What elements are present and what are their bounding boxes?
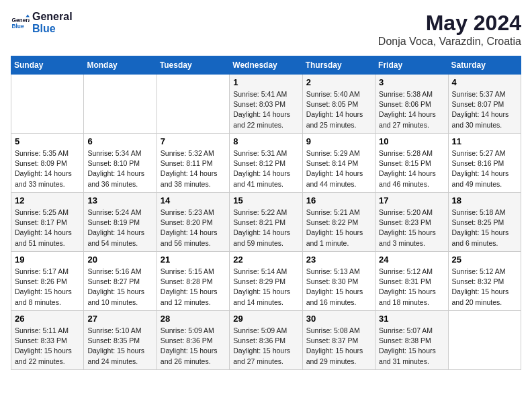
day-info-text: Sunset: 8:36 PM xyxy=(161,336,226,346)
calendar-cell: 13Sunrise: 5:24 AMSunset: 8:19 PMDayligh… xyxy=(84,193,157,252)
day-info-text: Daylight: 14 hours xyxy=(233,169,298,179)
day-info-text: Sunset: 8:36 PM xyxy=(233,336,298,346)
day-info-text: Sunrise: 5:12 AM xyxy=(452,267,517,277)
day-info-text: Sunset: 8:03 PM xyxy=(233,99,298,109)
day-info-text: Daylight: 14 hours xyxy=(306,169,371,179)
day-info-text: and 49 minutes. xyxy=(452,179,517,189)
day-info-text: Daylight: 14 hours xyxy=(15,169,80,179)
day-info-text: Sunset: 8:32 PM xyxy=(452,277,517,287)
day-info-text: Daylight: 15 hours xyxy=(306,346,371,356)
day-info-text: Daylight: 14 hours xyxy=(379,109,444,120)
day-info-text: Sunrise: 5:35 AM xyxy=(15,148,80,158)
day-info-text: Sunrise: 5:25 AM xyxy=(15,208,80,218)
day-info-text: Sunset: 8:38 PM xyxy=(379,336,444,346)
day-info-text: Daylight: 15 hours xyxy=(233,346,298,356)
weekday-header-monday: Monday xyxy=(84,56,157,75)
day-info-text: Daylight: 14 hours xyxy=(87,169,152,179)
day-number: 21 xyxy=(161,255,226,265)
calendar-cell: 12Sunrise: 5:25 AMSunset: 8:17 PMDayligh… xyxy=(11,193,84,252)
day-info-text: Daylight: 14 hours xyxy=(87,228,152,238)
day-info-text: Sunset: 8:11 PM xyxy=(161,158,226,169)
month-title: May 2024 xyxy=(378,11,521,36)
day-number: 1 xyxy=(233,77,298,87)
day-info-text: Sunrise: 5:40 AM xyxy=(306,89,371,99)
day-info-text: and 29 minutes. xyxy=(306,357,371,367)
day-number: 22 xyxy=(233,255,298,265)
calendar-cell: 23Sunrise: 5:13 AMSunset: 8:30 PMDayligh… xyxy=(302,252,375,311)
weekday-header-thursday: Thursday xyxy=(302,56,375,75)
svg-text:Blue: Blue xyxy=(11,23,24,30)
day-number: 10 xyxy=(379,136,444,146)
day-info-text: Daylight: 15 hours xyxy=(306,228,371,238)
day-info-text: Sunset: 8:26 PM xyxy=(15,277,80,287)
logo-blue-text: Blue xyxy=(32,23,73,35)
calendar-cell: 4Sunrise: 5:37 AMSunset: 8:07 PMDaylight… xyxy=(448,75,521,134)
day-number: 28 xyxy=(161,314,226,324)
day-number: 29 xyxy=(233,314,298,324)
day-info-text: Sunrise: 5:20 AM xyxy=(379,208,444,218)
day-info-text: Daylight: 14 hours xyxy=(452,169,517,179)
day-info-text: Sunrise: 5:34 AM xyxy=(87,148,152,158)
day-info-text: Sunset: 8:35 PM xyxy=(87,336,152,346)
calendar-cell xyxy=(157,75,229,134)
calendar-cell: 18Sunrise: 5:18 AMSunset: 8:25 PMDayligh… xyxy=(448,193,521,252)
day-info-text: Daylight: 14 hours xyxy=(233,109,298,120)
day-info-text: Sunset: 8:05 PM xyxy=(306,99,371,109)
day-info-text: Daylight: 15 hours xyxy=(306,287,371,297)
day-info-text: Daylight: 15 hours xyxy=(161,346,226,356)
day-info-text: Sunrise: 5:07 AM xyxy=(379,326,444,336)
day-info-text: Sunrise: 5:41 AM xyxy=(233,89,298,99)
weekday-header-saturday: Saturday xyxy=(448,56,521,75)
day-info-text: Sunrise: 5:31 AM xyxy=(233,148,298,158)
day-info-text: and 33 minutes. xyxy=(15,179,80,189)
day-number: 7 xyxy=(161,136,226,146)
calendar-cell: 24Sunrise: 5:12 AMSunset: 8:31 PMDayligh… xyxy=(375,252,448,311)
day-info-text: Sunset: 8:15 PM xyxy=(379,158,444,169)
calendar-cell: 19Sunrise: 5:17 AMSunset: 8:26 PMDayligh… xyxy=(11,252,84,311)
day-info-text: Sunset: 8:07 PM xyxy=(452,99,517,109)
day-number: 4 xyxy=(452,77,517,87)
day-info-text: and 24 minutes. xyxy=(87,357,152,367)
day-number: 2 xyxy=(306,77,371,87)
day-number: 12 xyxy=(15,195,80,205)
day-info-text: Sunset: 8:20 PM xyxy=(161,218,226,228)
calendar-cell: 21Sunrise: 5:15 AMSunset: 8:28 PMDayligh… xyxy=(157,252,229,311)
day-info-text: Sunset: 8:25 PM xyxy=(452,218,517,228)
day-info-text: and 22 minutes. xyxy=(233,120,298,130)
day-info-text: Sunset: 8:28 PM xyxy=(161,277,226,287)
day-info-text: Sunrise: 5:32 AM xyxy=(161,148,226,158)
calendar-cell: 6Sunrise: 5:34 AMSunset: 8:10 PMDaylight… xyxy=(84,134,157,193)
calendar-cell: 2Sunrise: 5:40 AMSunset: 8:05 PMDaylight… xyxy=(302,75,375,134)
day-info-text: Daylight: 14 hours xyxy=(379,169,444,179)
day-info-text: Daylight: 15 hours xyxy=(233,287,298,297)
day-info-text: and 8 minutes. xyxy=(15,298,80,308)
day-info-text: and 1 minute. xyxy=(306,238,371,248)
day-info-text: Daylight: 15 hours xyxy=(452,287,517,297)
calendar-cell: 8Sunrise: 5:31 AMSunset: 8:12 PMDaylight… xyxy=(230,134,302,193)
day-info-text: and 31 minutes. xyxy=(379,357,444,367)
day-info-text: Sunrise: 5:14 AM xyxy=(233,267,298,277)
day-number: 13 xyxy=(87,195,152,205)
calendar-cell: 30Sunrise: 5:08 AMSunset: 8:37 PMDayligh… xyxy=(302,311,375,370)
day-number: 5 xyxy=(15,136,80,146)
calendar-cell: 27Sunrise: 5:10 AMSunset: 8:35 PMDayligh… xyxy=(84,311,157,370)
day-info-text: Sunrise: 5:37 AM xyxy=(452,89,517,99)
calendar-cell: 22Sunrise: 5:14 AMSunset: 8:29 PMDayligh… xyxy=(230,252,302,311)
day-info-text: and 14 minutes. xyxy=(233,298,298,308)
calendar-header: SundayMondayTuesdayWednesdayThursdayFrid… xyxy=(11,56,521,75)
day-number: 16 xyxy=(306,195,371,205)
day-info-text: Daylight: 14 hours xyxy=(161,228,226,238)
day-info-text: Sunset: 8:14 PM xyxy=(306,158,371,169)
day-number: 24 xyxy=(379,255,444,265)
calendar-cell: 9Sunrise: 5:29 AMSunset: 8:14 PMDaylight… xyxy=(302,134,375,193)
day-info-text: Sunset: 8:22 PM xyxy=(306,218,371,228)
day-info-text: Sunrise: 5:10 AM xyxy=(87,326,152,336)
weekday-header-friday: Friday xyxy=(375,56,448,75)
day-info-text: and 25 minutes. xyxy=(306,120,371,130)
calendar-cell: 10Sunrise: 5:28 AMSunset: 8:15 PMDayligh… xyxy=(375,134,448,193)
day-info-text: Daylight: 15 hours xyxy=(379,228,444,238)
day-info-text: Sunset: 8:31 PM xyxy=(379,277,444,287)
weekday-header-wednesday: Wednesday xyxy=(230,56,302,75)
logo-general-text: General xyxy=(32,11,73,23)
day-info-text: Daylight: 15 hours xyxy=(379,287,444,297)
